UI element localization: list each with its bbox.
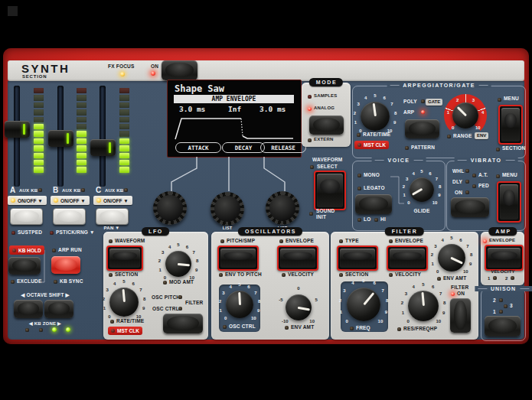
channel-c-led xyxy=(124,188,128,192)
res-knob[interactable]: 012345678910 xyxy=(408,291,439,321)
freq-knob[interactable]: 012345678910 xyxy=(347,288,380,321)
filter-envelope-button[interactable] xyxy=(387,246,428,271)
mono-led xyxy=(357,174,361,177)
osc-ctrl-knob[interactable]: 012345678910 xyxy=(226,291,253,318)
amp-envelope-button[interactable] xyxy=(485,245,524,271)
unison-1-led xyxy=(499,310,503,314)
synth-on-led xyxy=(151,71,155,76)
dly-led xyxy=(465,180,469,184)
kb-zone-led-3 xyxy=(52,327,57,332)
knob-tick: 5 xyxy=(450,236,452,240)
lfo-waveform-button[interactable] xyxy=(106,246,143,271)
arp-run-button[interactable] xyxy=(51,256,80,274)
synth-on-button[interactable] xyxy=(162,60,197,80)
lfo-rate-label: RATE/TIME xyxy=(116,318,144,324)
kb-hold-led xyxy=(12,249,16,252)
unison-button[interactable] xyxy=(485,316,521,337)
display-soft-knob-2[interactable] xyxy=(211,192,244,226)
channel-c-button[interactable] xyxy=(96,208,129,225)
exclude-led xyxy=(11,280,15,284)
at-led xyxy=(472,174,476,177)
arp-rate-led xyxy=(357,133,361,137)
list-label-1: LIST xyxy=(223,226,233,230)
kb-hold-button[interactable] xyxy=(8,257,41,275)
arp-range-knob[interactable]: 0123410 xyxy=(452,102,478,128)
octave-down-button[interactable] xyxy=(14,300,43,318)
arpeggiator-title: ARPEGGIATOR/GATE xyxy=(387,83,491,88)
knob-tick: 4 xyxy=(412,171,414,176)
unison-2-led xyxy=(499,298,503,302)
waveform-select-button[interactable] xyxy=(314,171,346,210)
knob-tick: 5 xyxy=(238,282,240,287)
voice-mode-button[interactable] xyxy=(355,194,392,214)
filter-env-amt-label: ENV AMT xyxy=(443,275,466,281)
knob-tick: 5 xyxy=(362,278,364,283)
lfo-waveform-label: WAVEFORM xyxy=(115,238,145,243)
meter-segment xyxy=(119,153,129,158)
knob-tick: 6 xyxy=(373,281,375,285)
mode-button[interactable] xyxy=(309,115,344,135)
filter-velocity-led xyxy=(389,273,393,277)
meter-segment xyxy=(34,109,44,115)
filter-env-amt-knob[interactable]: 012345678910 xyxy=(438,244,465,272)
meter-segment xyxy=(77,153,86,158)
pattern-led xyxy=(405,146,409,150)
vibrato-menu-button[interactable] xyxy=(497,181,521,223)
unison-2-label: 2 xyxy=(493,298,496,303)
meter-segment xyxy=(77,95,86,100)
arp-rate-knob[interactable]: 012345678910 xyxy=(361,102,390,131)
osc-env-amt-knob[interactable]: -10-50510 xyxy=(286,294,312,320)
onoff-switch-c[interactable]: ON/OFF ▼ xyxy=(93,196,132,205)
sound-init-label-2: INIT xyxy=(316,214,326,220)
meter-segment xyxy=(77,124,86,129)
onoff-switch-b[interactable]: ON/OFF ▼ xyxy=(51,196,90,205)
vibrato-mode-button[interactable] xyxy=(451,197,489,217)
unison-3-led xyxy=(504,304,508,308)
knob-tick: 9 xyxy=(257,308,259,313)
lfo-title: LFO xyxy=(142,227,169,236)
kb-zone-led-4 xyxy=(66,327,70,332)
arp-menu-button[interactable] xyxy=(498,105,523,145)
vibrato-title: VIBRATO xyxy=(455,158,518,163)
knob-tick: 1 xyxy=(354,120,357,125)
kb-hold-label: KB HOLD xyxy=(18,248,41,253)
onoff-switch-a[interactable]: ON/OFF ▼ xyxy=(8,196,47,205)
octave-up-button[interactable] xyxy=(44,300,73,318)
lfo-dest-button[interactable] xyxy=(163,314,203,333)
lfo-rate-knob[interactable]: 012345678910 xyxy=(109,288,139,317)
level-meter-c xyxy=(119,88,129,173)
arp-menu-led xyxy=(498,98,501,102)
level-slider-a[interactable] xyxy=(5,121,30,138)
hi-led xyxy=(374,218,378,222)
knob-tick: 1 xyxy=(402,311,404,315)
sound-init-label-1: SOUND xyxy=(316,208,335,213)
display-soft-knob-3[interactable] xyxy=(266,191,299,225)
pan-label: PAN ▼ xyxy=(104,226,120,230)
display-soft-knob-1[interactable] xyxy=(153,191,187,225)
channel-b-button[interactable] xyxy=(53,208,86,225)
knob-tick: 3 xyxy=(472,98,475,102)
knob-tick: 2 xyxy=(431,252,433,257)
section-title: SYNTH xyxy=(21,62,70,75)
osc-envelope-led xyxy=(279,239,283,243)
level-slider-b[interactable] xyxy=(48,130,73,147)
display-release-value: 3.0 ms xyxy=(259,105,286,113)
filter-on-button[interactable] xyxy=(450,298,471,333)
waveform-select-rocker xyxy=(317,174,343,207)
channel-a-led xyxy=(38,188,42,192)
lfo-mod-amt-knob[interactable]: 012345678910 xyxy=(165,251,191,277)
arp-mode-button[interactable] xyxy=(405,119,439,138)
filter-type-button[interactable] xyxy=(337,246,378,271)
filter-type-label: TYPE xyxy=(345,238,359,243)
glide-knob[interactable]: 012345678910 xyxy=(410,177,434,202)
level-slider-c[interactable] xyxy=(90,139,116,156)
channel-a-button[interactable] xyxy=(10,208,43,225)
pitch-smp-button[interactable] xyxy=(217,246,259,271)
lfo-mst-clk-badge: MST CLK xyxy=(108,327,142,335)
arp-menu-label: MENU xyxy=(504,96,519,101)
osc-envelope-button[interactable] xyxy=(277,246,318,271)
kb-zone-led-1 xyxy=(25,328,29,332)
corner-mark xyxy=(8,6,18,16)
knob-tick: 10 xyxy=(378,319,383,324)
osc-velocity-led xyxy=(282,273,286,277)
